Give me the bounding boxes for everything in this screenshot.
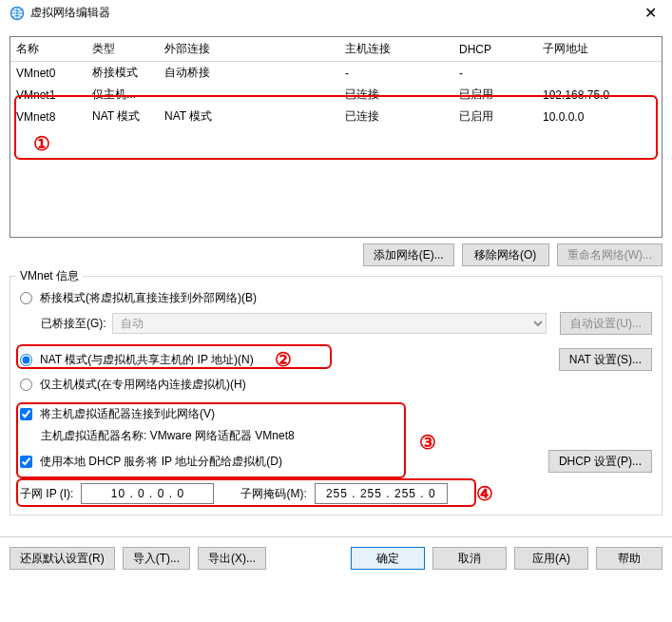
- hostonly-label: 仅主机模式(在专用网络内连接虚拟机)(H): [40, 377, 246, 393]
- remove-network-button[interactable]: 移除网络(O): [462, 243, 549, 266]
- bridge-mode-option[interactable]: 桥接模式(将虚拟机直接连接到外部网络)(B): [20, 290, 652, 306]
- col-ext[interactable]: 外部连接: [159, 37, 339, 62]
- titlebar: 虚拟网络编辑器 ✕: [0, 0, 672, 27]
- table-header-row: 名称 类型 外部连接 主机连接 DHCP 子网地址: [10, 37, 662, 62]
- restore-defaults-button[interactable]: 还原默认设置(R): [10, 547, 115, 570]
- adapter-name-text: 主机虚拟适配器名称: VMware 网络适配器 VMnet8: [41, 428, 652, 444]
- cancel-button[interactable]: 取消: [432, 547, 507, 570]
- col-host[interactable]: 主机连接: [339, 37, 453, 62]
- window-title: 虚拟网络编辑器: [30, 5, 639, 21]
- import-button[interactable]: 导入(T)...: [123, 547, 190, 570]
- use-dhcp-label: 使用本地 DHCP 服务将 IP 地址分配给虚拟机(D): [40, 454, 282, 470]
- bridge-to-row: 已桥接至(G): 自动 自动设置(U)...: [41, 312, 652, 335]
- hostonly-mode-option[interactable]: 仅主机模式(在专用网络内连接虚拟机)(H): [20, 377, 652, 393]
- apply-button[interactable]: 应用(A): [514, 547, 588, 570]
- nat-label: NAT 模式(与虚拟机共享主机的 IP 地址)(N): [40, 352, 254, 368]
- dialog-footer: 还原默认设置(R) 导入(T)... 导出(X)... 确定 取消 应用(A) …: [0, 536, 672, 579]
- subnet-mask-input[interactable]: 255 . 255 . 255 . 0: [315, 483, 448, 504]
- table-row-selected[interactable]: VMnet8 NAT 模式 NAT 模式 已连接 已启用 10.0.0.0: [10, 106, 662, 127]
- nat-mode-option[interactable]: NAT 模式(与虚拟机共享主机的 IP 地址)(N) ② NAT 设置(S)..…: [20, 348, 652, 371]
- nat-settings-button[interactable]: NAT 设置(S)...: [559, 348, 652, 371]
- table-button-row: 添加网络(E)... 移除网络(O) 重命名网络(W)...: [10, 243, 662, 266]
- annotation-circle-4: ④: [476, 482, 493, 505]
- annotation-circle-3: ③: [419, 431, 436, 454]
- col-subnet[interactable]: 子网地址: [537, 37, 662, 62]
- app-icon: [10, 6, 25, 21]
- subnet-mask-label: 子网掩码(M):: [240, 486, 306, 502]
- table-row[interactable]: VMnet1 仅主机... - 已连接 已启用 192.168.75.0: [10, 84, 662, 106]
- use-dhcp-option[interactable]: 使用本地 DHCP 服务将 IP 地址分配给虚拟机(D) DHCP 设置(P).…: [20, 450, 652, 473]
- dhcp-settings-button[interactable]: DHCP 设置(P)...: [548, 450, 652, 473]
- col-type[interactable]: 类型: [86, 37, 159, 62]
- help-button[interactable]: 帮助: [596, 547, 662, 570]
- bridge-radio[interactable]: [20, 292, 32, 304]
- connect-host-option[interactable]: 将主机虚拟适配器连接到此网络(V): [20, 406, 652, 422]
- table-row[interactable]: VMnet0 桥接模式 自动桥接 - -: [10, 62, 662, 85]
- col-dhcp[interactable]: DHCP: [453, 37, 537, 62]
- col-name[interactable]: 名称: [10, 37, 86, 62]
- connect-host-label: 将主机虚拟适配器连接到此网络(V): [40, 406, 215, 422]
- nat-radio[interactable]: [20, 354, 32, 366]
- bridge-label: 桥接模式(将虚拟机直接连接到外部网络)(B): [40, 290, 257, 306]
- network-table-frame: 名称 类型 外部连接 主机连接 DHCP 子网地址 VMnet0 桥接模式 自动…: [10, 36, 662, 238]
- vmnet-info-section: VMnet 信息 桥接模式(将虚拟机直接连接到外部网络)(B) 已桥接至(G):…: [10, 276, 662, 515]
- hostonly-radio[interactable]: [20, 379, 32, 391]
- export-button[interactable]: 导出(X)...: [198, 547, 266, 570]
- use-dhcp-checkbox[interactable]: [20, 456, 32, 468]
- subnet-row: 子网 IP (I): 10 . 0 . 0 . 0 子网掩码(M): 255 .…: [20, 482, 652, 505]
- rename-network-button: 重命名网络(W)...: [557, 243, 662, 266]
- subnet-ip-input[interactable]: 10 . 0 . 0 . 0: [81, 483, 214, 504]
- section-title: VMnet 信息: [16, 268, 83, 284]
- annotation-circle-2: ②: [275, 348, 292, 371]
- bridge-to-label: 已桥接至(G):: [41, 316, 106, 332]
- bridge-to-combo: 自动: [112, 313, 547, 334]
- network-table[interactable]: 名称 类型 外部连接 主机连接 DHCP 子网地址 VMnet0 桥接模式 自动…: [10, 37, 662, 127]
- annotation-circle-1: ①: [33, 132, 50, 155]
- ok-button[interactable]: 确定: [351, 547, 425, 570]
- connect-host-checkbox[interactable]: [20, 408, 32, 420]
- add-network-button[interactable]: 添加网络(E)...: [363, 243, 454, 266]
- close-button[interactable]: ✕: [639, 4, 662, 22]
- subnet-ip-label: 子网 IP (I):: [20, 486, 73, 502]
- auto-settings-button: 自动设置(U)...: [560, 312, 652, 335]
